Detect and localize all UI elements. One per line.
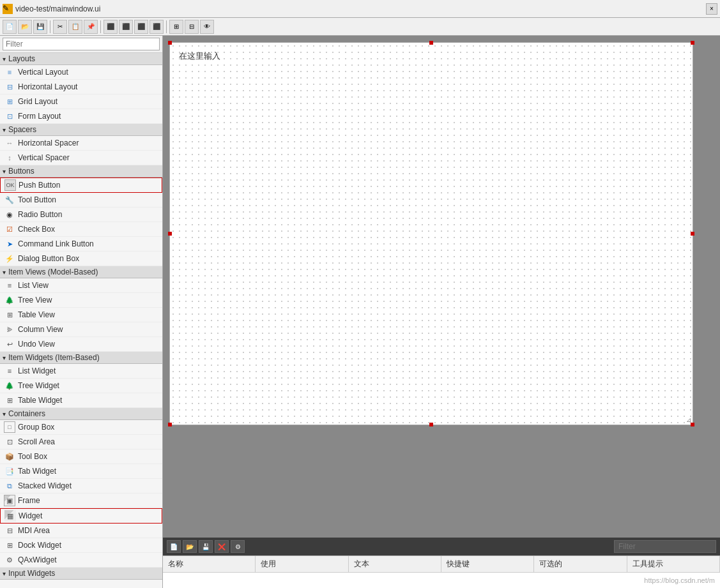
item-vertical-layout[interactable]: ≡ Vertical Layout — [0, 65, 162, 80]
handle-tr[interactable] — [691, 41, 694, 45]
qaxwidget-icon: ⚙ — [4, 554, 15, 566]
bottom-filter-input[interactable] — [614, 540, 716, 553]
open-button[interactable]: 📂 — [18, 20, 32, 34]
handle-bl[interactable] — [168, 423, 172, 426]
handle-mr[interactable] — [691, 232, 694, 236]
item-widget[interactable]: ▦ Widget — [0, 508, 162, 524]
item-list-widget[interactable]: ≡ List Widget — [0, 364, 162, 379]
cut-button[interactable]: ✂ — [53, 20, 67, 34]
item-stacked-widget[interactable]: ⧉ Stacked Widget — [0, 479, 162, 494]
item-radio-button[interactable]: ◉ Radio Button — [0, 207, 162, 222]
app-icon: ✎ — [3, 4, 13, 14]
tool-button-icon: 🔧 — [4, 194, 15, 206]
new-button[interactable]: 📄 — [3, 20, 17, 34]
list-view-icon: ≡ — [4, 280, 15, 291]
canvas-container[interactable]: 在这里输入 ⊿ — [163, 36, 720, 538]
col-tooltip: 工具提示 — [627, 556, 720, 572]
item-group-box[interactable]: □ Group Box — [0, 420, 162, 435]
column-view-label: Column View — [18, 325, 63, 334]
tool-button-label: Tool Button — [18, 195, 56, 204]
qaxwidget-label: QAxWidget — [18, 555, 57, 564]
filter-bar — [0, 36, 162, 53]
section-containers-arrow: ▾ — [3, 411, 6, 418]
canvas[interactable]: 在这里输入 ⊿ — [169, 42, 693, 425]
handle-bm[interactable] — [429, 423, 433, 426]
save-button[interactable]: 💾 — [33, 20, 47, 34]
command-link-button-label: Command Link Button — [18, 239, 94, 248]
section-containers[interactable]: ▾ Containers — [0, 408, 162, 420]
handle-ml[interactable] — [168, 232, 172, 236]
col-shortcut: 快捷键 — [441, 556, 534, 572]
main-toolbar: 📄 📂 💾 ✂ 📋 📌 ⬛ ⬛ ⬛ ⬛ ⊞ ⊟ 👁 — [0, 18, 720, 36]
bottom-btn-1[interactable]: 📄 — [167, 540, 181, 553]
item-push-button[interactable]: OK Push Button — [0, 177, 162, 193]
item-qaxwidget[interactable]: ⚙ QAxWidget — [0, 553, 162, 568]
section-layouts[interactable]: ▾ Layouts — [0, 53, 162, 65]
dock-widget-icon: ⊞ — [4, 539, 15, 551]
bottom-btn-2[interactable]: 📂 — [183, 540, 197, 553]
bottom-btn-4[interactable]: ❌ — [215, 540, 229, 553]
horizontal-spacer-label: Horizontal Spacer — [18, 139, 79, 147]
item-tool-box[interactable]: 📦 Tool Box — [0, 449, 162, 464]
filter-input[interactable] — [3, 38, 160, 50]
item-dialog-button-box[interactable]: ⚡ Dialog Button Box — [0, 252, 162, 266]
prop-header-row: 名称 使用 文本 快捷键 可选的 工具提示 — [163, 556, 720, 573]
item-command-link-button[interactable]: ➤ Command Link Button — [0, 237, 162, 252]
tab-widget-label: Tab Widget — [18, 467, 56, 476]
section-input-widgets-label: Input Widgets — [8, 569, 55, 578]
widget-label: Widget — [19, 511, 42, 520]
mdi-area-icon: ⊟ — [4, 525, 15, 536]
section-item-views-label: Item Views (Model-Based) — [8, 268, 98, 276]
dialog-button-box-label: Dialog Button Box — [18, 254, 79, 263]
frame-icon: ▣ — [4, 495, 15, 506]
layout-button[interactable]: ⊟ — [185, 20, 199, 34]
dock-widget-label: Dock Widget — [18, 541, 61, 550]
form-layout-label: Form Layout — [18, 112, 61, 121]
item-tree-widget[interactable]: 🌲 Tree Widget — [0, 379, 162, 393]
item-tree-view[interactable]: 🌲 Tree View — [0, 293, 162, 308]
grid-button[interactable]: ⊞ — [169, 20, 183, 34]
item-undo-view[interactable]: ↩ Undo View — [0, 337, 162, 352]
align-bottom-button[interactable]: ⬛ — [149, 20, 164, 34]
copy-button[interactable]: 📋 — [68, 20, 82, 34]
item-tab-widget[interactable]: 📑 Tab Widget — [0, 464, 162, 479]
push-button-icon: OK — [4, 179, 16, 191]
item-horizontal-spacer[interactable]: ↔ Horizontal Spacer — [0, 136, 162, 151]
item-vertical-spacer[interactable]: ↕ Vertical Spacer — [0, 151, 162, 165]
radio-button-label: Radio Button — [18, 210, 62, 219]
item-list-view[interactable]: ≡ List View — [0, 278, 162, 293]
item-form-layout[interactable]: ⊡ Form Layout — [0, 109, 162, 124]
column-view-icon: ⫸ — [4, 324, 15, 335]
align-right-button[interactable]: ⬛ — [119, 20, 133, 34]
item-frame[interactable]: ▣ Frame — [0, 494, 162, 508]
section-input-widgets[interactable]: ▾ Input Widgets — [0, 568, 162, 580]
item-dock-widget[interactable]: ⊞ Dock Widget — [0, 538, 162, 553]
section-buttons[interactable]: ▾ Buttons — [0, 165, 162, 177]
align-left-button[interactable]: ⬛ — [103, 20, 118, 34]
section-item-views[interactable]: ▾ Item Views (Model-Based) — [0, 266, 162, 278]
check-box-icon: ☑ — [4, 223, 15, 235]
section-spacers[interactable]: ▾ Spacers — [0, 124, 162, 136]
align-top-button[interactable]: ⬛ — [134, 20, 148, 34]
item-table-widget[interactable]: ⊞ Table Widget — [0, 393, 162, 408]
horizontal-spacer-icon: ↔ — [4, 137, 15, 149]
item-grid-layout[interactable]: ⊞ Grid Layout — [0, 94, 162, 109]
section-item-widgets[interactable]: ▾ Item Widgets (Item-Based) — [0, 352, 162, 364]
bottom-btn-3[interactable]: 💾 — [199, 540, 213, 553]
preview-button[interactable]: 👁 — [200, 20, 214, 34]
handle-tm[interactable] — [429, 41, 433, 45]
item-scroll-area[interactable]: ⊡ Scroll Area — [0, 435, 162, 449]
bottom-btn-5[interactable]: ⚙ — [231, 540, 245, 553]
paste-button[interactable]: 📌 — [84, 20, 98, 34]
handle-tl[interactable] — [168, 41, 172, 45]
item-check-box[interactable]: ☑ Check Box — [0, 222, 162, 237]
frame-label: Frame — [18, 496, 40, 505]
item-table-view[interactable]: ⊞ Table View — [0, 308, 162, 322]
close-button[interactable]: × — [706, 3, 717, 15]
item-column-view[interactable]: ⫸ Column View — [0, 322, 162, 337]
item-horizontal-layout[interactable]: ⊟ Horizontal Layout — [0, 80, 162, 94]
tree-widget-icon: 🌲 — [4, 380, 15, 391]
item-tool-button[interactable]: 🔧 Tool Button — [0, 193, 162, 207]
item-mdi-area[interactable]: ⊟ MDI Area — [0, 524, 162, 538]
vertical-spacer-icon: ↕ — [4, 152, 15, 163]
